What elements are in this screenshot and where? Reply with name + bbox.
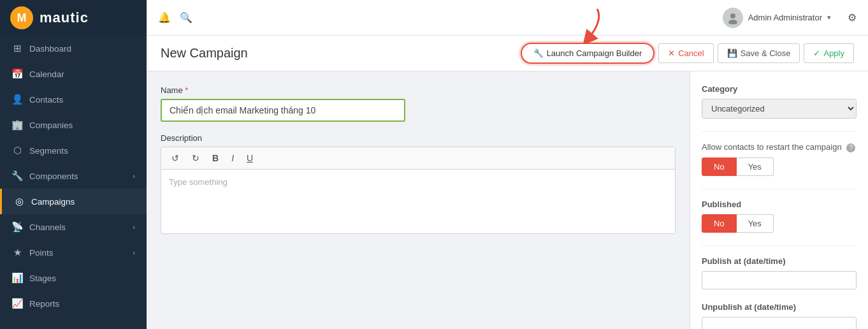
save-icon: 💾 — [727, 48, 737, 58]
save-btn-label: Save & Close — [741, 48, 791, 58]
name-label: Name * — [161, 85, 676, 95]
sidebar-nav: ⊞ Dashboard 📅 Calendar 👤 Contacts 🏢 Comp… — [0, 36, 147, 329]
sidebar-label-campaigns: Campaigns — [31, 197, 75, 207]
cancel-button[interactable]: ✕ Cancel — [658, 43, 713, 63]
sidebar-label-components: Components — [29, 172, 78, 181]
sidebar-label-stages: Stages — [29, 274, 56, 283]
sidebar-label-dashboard: Dashboard — [29, 44, 71, 54]
dashboard-icon: ⊞ — [11, 43, 23, 54]
sidebar-label-points: Points — [29, 248, 54, 258]
sidebar-item-points[interactable]: ★ Points › — [0, 240, 147, 265]
points-icon: ★ — [11, 247, 23, 258]
bold-button[interactable]: B — [208, 151, 222, 165]
sidebar-label-channels: Channels — [29, 223, 66, 232]
logo-text: mautic — [40, 10, 89, 26]
apply-btn-label: Apply — [823, 48, 844, 58]
launch-builder-button[interactable]: 🔧 Launch Campaign Builder — [521, 43, 655, 64]
right-panel: Category Uncategorized Allow contacts to… — [690, 71, 868, 329]
category-select[interactable]: Uncategorized — [702, 99, 857, 119]
allow-restart-yes-button[interactable]: Yes — [737, 157, 774, 176]
components-icon: 🔧 — [11, 170, 23, 182]
apply-button[interactable]: ✓ Apply — [804, 43, 854, 63]
header-actions: 🔧 Launch Campaign Builder ✕ Cancel 💾 Sav… — [521, 43, 854, 64]
sidebar-label-companies: Companies — [29, 121, 73, 130]
sidebar-item-reports[interactable]: 📈 Reports — [0, 291, 147, 316]
publish-at-section: Publish at (date/time) — [702, 256, 857, 289]
channels-icon: 📡 — [11, 221, 23, 233]
sidebar-logo: M mautic — [0, 0, 147, 36]
sidebar-label-reports: Reports — [29, 299, 59, 309]
allow-restart-section: Allow contacts to restart the campaign ?… — [702, 142, 857, 176]
sidebar-label-contacts: Contacts — [29, 95, 63, 105]
sidebar-item-channels[interactable]: 📡 Channels › — [0, 214, 147, 240]
published-section: Published No Yes — [702, 200, 857, 233]
bell-icon[interactable]: 🔔 — [158, 11, 171, 24]
publish-at-label: Publish at (date/time) — [702, 256, 857, 266]
sidebar-label-segments: Segments — [29, 146, 68, 156]
italic-button[interactable]: I — [228, 151, 238, 165]
description-label: Description — [161, 133, 676, 143]
apply-icon: ✓ — [813, 48, 820, 58]
builder-icon: 🔧 — [533, 48, 544, 58]
sidebar-item-components[interactable]: 🔧 Components › — [0, 163, 147, 189]
segments-icon: ⬡ — [11, 145, 23, 156]
points-arrow-icon: › — [133, 249, 135, 256]
calendar-icon: 📅 — [11, 68, 23, 80]
form-section: Name * Description ↺ ↻ B I U — [147, 71, 690, 329]
sidebar-label-calendar: Calendar — [29, 69, 64, 79]
cancel-btn-label: Cancel — [678, 48, 704, 58]
page-title: New Campaign — [161, 46, 521, 61]
editor-toolbar: ↺ ↻ B I U — [161, 147, 675, 170]
search-icon[interactable]: 🔍 — [180, 11, 192, 24]
user-dropdown-icon: ▾ — [827, 13, 831, 22]
publish-at-input[interactable] — [702, 271, 857, 289]
contacts-icon: 👤 — [11, 94, 23, 105]
allow-restart-toggle: No Yes — [702, 157, 857, 176]
name-required: * — [185, 85, 188, 95]
published-toggle: No Yes — [702, 214, 857, 233]
topbar-icons: 🔔 🔍 — [158, 11, 192, 24]
builder-btn-label: Launch Campaign Builder — [547, 48, 642, 58]
editor-body[interactable]: Type something — [161, 170, 675, 233]
category-section: Category Uncategorized — [702, 84, 857, 119]
content-area: Name * Description ↺ ↻ B I U — [147, 71, 868, 329]
svg-point-1 — [728, 20, 737, 24]
underline-button[interactable]: U — [243, 151, 257, 165]
editor-wrapper: ↺ ↻ B I U Type something — [161, 147, 676, 234]
main-content: 🔔 🔍 Admin Administrator ▾ ⚙ New Campaign — [147, 0, 868, 329]
published-no-button[interactable]: No — [702, 214, 737, 233]
settings-icon[interactable]: ⚙ — [848, 11, 857, 24]
user-name: Admin Administrator — [748, 13, 822, 22]
sidebar-item-stages[interactable]: 📊 Stages — [0, 265, 147, 291]
save-close-button[interactable]: 💾 Save & Close — [718, 43, 800, 63]
redo-button[interactable]: ↻ — [188, 151, 203, 165]
logo-icon: M — [10, 6, 33, 29]
category-label: Category — [702, 84, 857, 94]
sidebar-item-contacts[interactable]: 👤 Contacts — [0, 87, 147, 112]
sidebar-item-companies[interactable]: 🏢 Companies — [0, 112, 147, 138]
channels-arrow-icon: › — [133, 223, 135, 231]
campaigns-icon: ◎ — [13, 196, 25, 207]
reports-icon: 📈 — [11, 298, 23, 309]
avatar — [723, 8, 743, 28]
sidebar-item-calendar[interactable]: 📅 Calendar — [0, 61, 147, 87]
stages-icon: 📊 — [11, 272, 23, 284]
user-menu[interactable]: Admin Administrator ▾ — [723, 8, 831, 28]
sidebar-item-segments[interactable]: ⬡ Segments — [0, 138, 147, 163]
sidebar-item-campaigns[interactable]: ◎ Campaigns — [0, 189, 147, 214]
unpublish-at-input[interactable] — [702, 317, 857, 330]
topbar: 🔔 🔍 Admin Administrator ▾ ⚙ — [147, 0, 868, 36]
name-input[interactable] — [162, 100, 404, 121]
sidebar: M mautic ⊞ Dashboard 📅 Calendar 👤 Contac… — [0, 0, 147, 329]
published-yes-button[interactable]: Yes — [737, 214, 774, 233]
published-label: Published — [702, 200, 857, 209]
allow-restart-label: Allow contacts to restart the campaign ? — [702, 142, 857, 152]
svg-point-0 — [730, 13, 735, 18]
name-group: Name * — [161, 85, 676, 122]
info-icon: ? — [846, 143, 855, 152]
sidebar-item-dashboard[interactable]: ⊞ Dashboard — [0, 36, 147, 61]
unpublish-at-label: Unpublish at (date/time) — [702, 302, 857, 312]
allow-restart-no-button[interactable]: No — [702, 157, 737, 176]
undo-button[interactable]: ↺ — [168, 151, 183, 165]
unpublish-at-section: Unpublish at (date/time) — [702, 302, 857, 330]
